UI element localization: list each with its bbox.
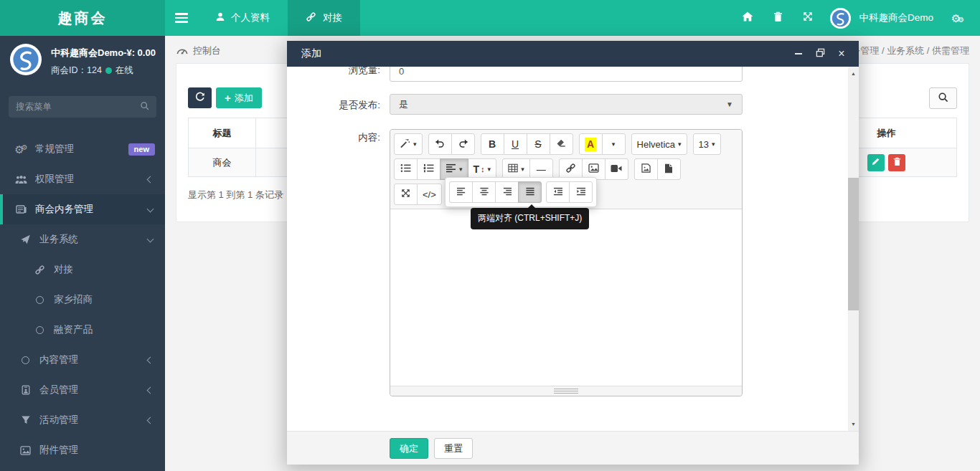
- caret-down-icon: ▾: [521, 166, 524, 173]
- editor-content-area[interactable]: [390, 209, 742, 386]
- content-label: 内容:: [287, 131, 380, 144]
- delete-button[interactable]: [888, 154, 905, 171]
- publish-label: 是否发布:: [287, 99, 380, 112]
- image-manager-button[interactable]: [634, 158, 658, 180]
- ordered-list-button[interactable]: [417, 158, 440, 180]
- trash-button[interactable]: [763, 0, 793, 36]
- sidebar-avatar[interactable]: [10, 44, 42, 75]
- indent-icon: [576, 187, 586, 198]
- code-view-button[interactable]: </>: [417, 184, 442, 205]
- sidebar-item-financing-products[interactable]: 融资产品: [0, 315, 165, 345]
- nav-tab-profile[interactable]: 个人资料: [198, 0, 288, 36]
- sidebar-item-permissions[interactable]: 权限管理: [0, 164, 165, 194]
- sidebar-item-attachment-management[interactable]: 附件管理: [0, 435, 165, 465]
- eraser-icon: [556, 138, 566, 150]
- breadcrumb-dashboard[interactable]: 控制台: [176, 44, 221, 57]
- close-icon: ×: [838, 47, 844, 60]
- style-button[interactable]: ▾: [394, 133, 423, 155]
- font-color-caret-button[interactable]: ▾: [602, 133, 626, 155]
- editor-fullscreen-button[interactable]: [394, 184, 418, 205]
- sidebar-item-activity-management[interactable]: 活动管理: [0, 405, 165, 435]
- cogs-icon: ⚙⚙: [951, 13, 964, 24]
- minimize-button[interactable]: [790, 45, 807, 62]
- menu-toggle-button[interactable]: [165, 0, 198, 36]
- dialog-scrollbar[interactable]: ▲ ▼: [848, 67, 859, 431]
- caret-down-icon: ▼: [726, 100, 733, 108]
- caret-down-icon: ▾: [413, 141, 417, 148]
- sidebar-item-general[interactable]: ⚙⚙ 常规管理 new: [0, 134, 165, 164]
- align-right-button[interactable]: [495, 181, 519, 203]
- user-avatar[interactable]: [830, 8, 851, 29]
- brand-logo[interactable]: 趣商会: [0, 0, 165, 36]
- sidebar-menu: ⚙⚙ 常规管理 new 权限管理 商会内务管理 业务系统 对接 家乡招商: [0, 134, 165, 471]
- sidebar-item-content-management[interactable]: 内容管理: [0, 345, 165, 375]
- up-down-arrow-icon: ↕: [481, 165, 485, 173]
- insert-video-button[interactable]: [605, 158, 628, 180]
- views-input[interactable]: [390, 67, 743, 82]
- sidebar-item-dock[interactable]: 对接: [0, 254, 165, 285]
- refresh-button[interactable]: [188, 87, 212, 108]
- column-header-title[interactable]: 标题: [189, 118, 256, 148]
- strikethrough-button[interactable]: S: [527, 133, 550, 155]
- nav-tab-dock[interactable]: 对接: [288, 0, 360, 36]
- clear-format-button[interactable]: [550, 133, 573, 155]
- table-search-button[interactable]: [929, 87, 957, 109]
- search-icon: [938, 92, 948, 105]
- bold-button[interactable]: B: [481, 133, 504, 155]
- table-toolbar: + 添加: [188, 87, 262, 108]
- publish-select[interactable]: 是 ▼: [390, 94, 743, 115]
- richtext-editor: ▾ B U S A ▾ Helvetica▾: [390, 129, 743, 396]
- navbar-right: 中科趣商会Demo ⚙⚙: [732, 0, 980, 36]
- align-center-button[interactable]: [472, 181, 496, 203]
- confirm-button[interactable]: 确定: [390, 438, 428, 459]
- expand-arrows-icon: [803, 11, 813, 24]
- reset-button[interactable]: 重置: [434, 438, 473, 459]
- fullscreen-button[interactable]: [793, 0, 823, 36]
- chevron-left-icon: [147, 386, 154, 394]
- caret-down-icon: ▾: [488, 166, 491, 173]
- magic-wand-icon: [400, 138, 410, 151]
- edit-button[interactable]: [867, 154, 885, 171]
- undo-button[interactable]: [428, 133, 452, 155]
- editor-resize-bar[interactable]: [390, 386, 742, 396]
- close-button[interactable]: ×: [833, 45, 850, 62]
- scroll-up-arrow[interactable]: ▲: [848, 68, 859, 79]
- file-manager-button[interactable]: [657, 158, 681, 180]
- search-icon: [140, 100, 149, 113]
- sidebar-item-hometown-investment[interactable]: 家乡招商: [0, 285, 165, 315]
- align-justify-button[interactable]: [518, 181, 542, 203]
- caret-down-icon: ▾: [678, 141, 682, 148]
- font-color-button[interactable]: A: [579, 133, 603, 155]
- scrollbar-thumb[interactable]: [848, 178, 859, 310]
- settings-button[interactable]: ⚙⚙: [943, 0, 973, 36]
- restore-button[interactable]: [811, 45, 829, 62]
- add-button[interactable]: + 添加: [216, 87, 262, 108]
- add-dialog: 添加 × 浏览量: 是否发布: 是 ▼ 内容: ▾: [287, 41, 859, 465]
- home-button[interactable]: [732, 0, 763, 36]
- indent-button[interactable]: [569, 181, 593, 203]
- align-justify-icon: [525, 187, 535, 198]
- sidebar-item-business-system[interactable]: 业务系统: [0, 224, 165, 254]
- menu-search-input[interactable]: [16, 102, 140, 112]
- font-family-button[interactable]: Helvetica▾: [631, 133, 687, 155]
- font-size-button[interactable]: 13▾: [693, 133, 721, 155]
- navbar-user-name[interactable]: 中科趣商会Demo: [859, 11, 933, 24]
- hamburger-icon: [175, 13, 188, 14]
- scroll-down-arrow[interactable]: ▼: [848, 419, 859, 429]
- user-icon: [216, 12, 225, 24]
- new-badge: new: [128, 143, 155, 156]
- home-icon: [742, 11, 753, 24]
- caret-down-icon: ▾: [459, 166, 463, 173]
- redo-button[interactable]: [451, 133, 475, 155]
- sidebar-item-chamber-settings[interactable]: 商会设置: [0, 465, 165, 471]
- dialog-titlebar[interactable]: 添加 ×: [287, 41, 859, 67]
- unordered-list-button[interactable]: [394, 158, 418, 180]
- sidebar-item-member-management[interactable]: 会员管理: [0, 375, 165, 405]
- outdent-icon: [553, 187, 563, 198]
- sidebar-user-name: 中科趣商会Demo-¥: 0.00: [51, 47, 156, 60]
- outdent-button[interactable]: [546, 181, 570, 203]
- sidebar-item-internal-affairs[interactable]: 商会内务管理: [0, 194, 165, 224]
- align-left-button[interactable]: [449, 181, 473, 203]
- underline-button[interactable]: U: [504, 133, 527, 155]
- list-ol-icon: [423, 163, 434, 175]
